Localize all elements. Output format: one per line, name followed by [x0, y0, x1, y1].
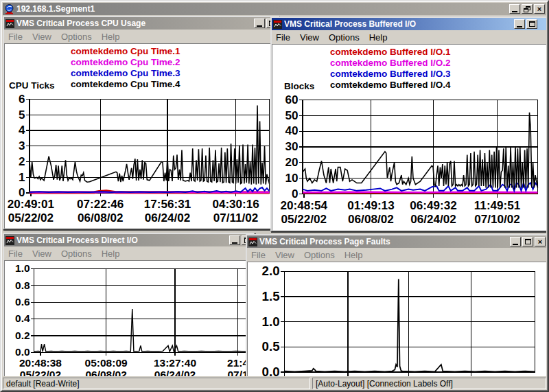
- y-axis-label: Blocks: [284, 81, 314, 91]
- maximize-button[interactable]: [526, 19, 537, 29]
- window-titlebar[interactable]: VMS Critical Process Direct I/O: [4, 234, 254, 246]
- menu-file[interactable]: File: [8, 249, 23, 259]
- menu-options[interactable]: Options: [329, 32, 360, 43]
- svg-text:06/08/02: 06/08/02: [78, 211, 123, 224]
- minimize-icon: [512, 11, 517, 12]
- minimize-button[interactable]: [514, 19, 525, 29]
- menu-options[interactable]: Options: [61, 249, 92, 259]
- svg-text:1: 1: [19, 171, 25, 184]
- titlebar-buttons: ×: [510, 237, 546, 246]
- menu-view[interactable]: View: [32, 249, 51, 259]
- chart-client-area: comtekdemo Buffered I/O.1comtekdemo Buff…: [272, 44, 546, 231]
- minimize-icon: [232, 242, 237, 244]
- titlebar-buttons: [514, 19, 537, 29]
- minimize-icon: [513, 244, 518, 245]
- menu-file[interactable]: File: [8, 32, 23, 42]
- status-options: [Auto-Layout] [Connection Labels Off]: [312, 378, 546, 389]
- svg-text:20:48:38: 20:48:38: [19, 357, 62, 369]
- svg-text:06/24/02: 06/24/02: [145, 211, 190, 224]
- svg-text:5: 5: [19, 108, 25, 122]
- menu-help[interactable]: Help: [102, 32, 120, 42]
- svg-text:50: 50: [285, 109, 299, 122]
- main-titlebar[interactable]: 192.168.1.Segment1 ×: [3, 3, 546, 15]
- window-title: VMS Critical Process CPU Usage: [16, 19, 252, 28]
- svg-text:10: 10: [285, 172, 299, 185]
- window-title: VMS Critical Process Page Faults: [259, 237, 508, 246]
- legend-entry: comtekdemo Cpu Time.2: [71, 57, 180, 68]
- menu-file[interactable]: File: [251, 250, 266, 260]
- window-titlebar[interactable]: VMS Critical Process CPU Usage: [4, 17, 279, 30]
- menu-options[interactable]: Options: [304, 250, 335, 260]
- main-window-title: 192.168.1.Segment1: [16, 4, 507, 14]
- chart-window-icon: [248, 238, 257, 246]
- svg-text:60: 60: [285, 93, 299, 106]
- cpu-usage-chart: 654321020:49:0105/22/0207:22:4606/08/021…: [6, 92, 277, 227]
- mdi-client-area: VMS Critical Process CPU Usage FileViewO…: [3, 15, 546, 376]
- close-button[interactable]: ×: [534, 4, 545, 14]
- maximize-icon: [525, 239, 531, 244]
- menu-help[interactable]: Help: [102, 249, 120, 259]
- chart-legend: comtekdemo Cpu Time.1comtekdemo Cpu Time…: [71, 46, 180, 90]
- menu-bar: FileViewOptionsHelp: [4, 30, 279, 43]
- svg-text:06/24/02: 06/24/02: [154, 369, 196, 376]
- svg-text:30: 30: [285, 140, 299, 153]
- svg-text:20:48:54: 20:48:54: [281, 199, 328, 212]
- svg-text:17:56:31: 17:56:31: [144, 198, 191, 211]
- svg-text:05/22/02: 05/22/02: [20, 369, 61, 376]
- minimize-button[interactable]: [229, 235, 240, 245]
- svg-text:05/22/02: 05/22/02: [281, 213, 327, 226]
- chart-window-icon: [273, 20, 282, 29]
- svg-text:4: 4: [19, 124, 25, 137]
- window-cpu-usage: VMS Critical Process CPU Usage FileViewO…: [3, 16, 280, 230]
- svg-text:06/08/02: 06/08/02: [85, 369, 126, 376]
- maximize-button[interactable]: [522, 237, 533, 246]
- minimize-button[interactable]: [509, 4, 520, 14]
- svg-text:6: 6: [19, 93, 25, 106]
- restore-button[interactable]: [522, 4, 533, 14]
- legend-entry: comtekdemo Buffered I/O.1: [330, 47, 451, 58]
- main-titlebar-buttons: ×: [509, 4, 545, 14]
- svg-text:04:30:16: 04:30:16: [212, 198, 259, 211]
- svg-text:0.0: 0.0: [262, 365, 280, 376]
- minimize-button[interactable]: [510, 237, 521, 246]
- legend-entry: comtekdemo Buffered I/O.2: [330, 58, 451, 69]
- menu-help[interactable]: Help: [369, 32, 388, 43]
- svg-text:07/11/02: 07/11/02: [213, 211, 258, 224]
- legend-entry: comtekdemo Cpu Time.3: [71, 68, 180, 79]
- svg-text:07/10/02: 07/10/02: [474, 213, 520, 226]
- menu-help[interactable]: Help: [344, 250, 363, 260]
- chart-legend: comtekdemo Buffered I/O.1comtekdemo Buff…: [330, 47, 451, 91]
- minimize-button[interactable]: [254, 19, 265, 28]
- minimize-icon: [257, 25, 262, 27]
- chart-client-area: comtekdemo Cpu Time.1comtekdemo Cpu Time…: [4, 43, 279, 229]
- svg-text:01:49:13: 01:49:13: [347, 199, 395, 212]
- menu-file[interactable]: File: [276, 32, 290, 43]
- network-segment-icon: [4, 4, 14, 14]
- window-titlebar[interactable]: VMS Critical Process Buffered I/O: [272, 18, 546, 30]
- svg-text:40: 40: [285, 124, 299, 137]
- svg-text:0.4: 0.4: [15, 312, 30, 324]
- window-buffered-io: VMS Critical Process Buffered I/O FileVi…: [270, 16, 546, 232]
- svg-text:07:22:46: 07:22:46: [77, 198, 124, 211]
- svg-text:0.5: 0.5: [262, 339, 280, 354]
- menu-view[interactable]: View: [300, 32, 319, 43]
- svg-text:06:49:32: 06:49:32: [410, 199, 457, 212]
- window-title: VMS Critical Process Buffered I/O: [284, 19, 512, 29]
- svg-text:11:49:51: 11:49:51: [474, 199, 521, 212]
- buffered-io-chart: 605040302010020:48:5405/22/0201:49:1306/…: [274, 93, 545, 229]
- svg-text:20: 20: [285, 156, 299, 169]
- chart-client-area: 2.01.51.00.50.020:48:4805/22/0201:11:220…: [247, 262, 546, 376]
- menu-view[interactable]: View: [275, 250, 294, 260]
- menu-bar: FileViewOptionsHelp: [247, 248, 546, 262]
- menu-options[interactable]: Options: [61, 32, 92, 42]
- window-titlebar[interactable]: VMS Critical Process Page Faults ×: [247, 235, 546, 248]
- legend-entry: comtekdemo Buffered I/O.4: [330, 80, 451, 91]
- chart-window-icon: [5, 19, 14, 28]
- legend-entry: comtekdemo Cpu Time.4: [71, 79, 180, 90]
- svg-text:3: 3: [19, 139, 25, 152]
- svg-text:13:27:40: 13:27:40: [154, 357, 196, 369]
- close-button[interactable]: ×: [535, 237, 546, 246]
- menu-view[interactable]: View: [32, 32, 51, 42]
- status-mode: default [Read-Write]: [3, 378, 310, 389]
- legend-entry: comtekdemo Buffered I/O.3: [330, 69, 451, 80]
